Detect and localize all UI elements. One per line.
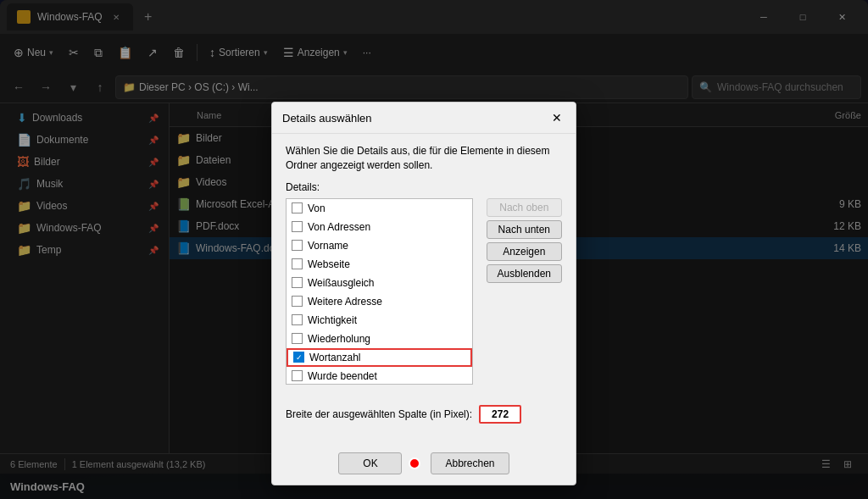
dialog-title-bar: Details auswählen ✕ (272, 103, 576, 134)
pixel-input[interactable]: 272 (479, 405, 521, 424)
dialog-footer: OK Abbrechen (272, 446, 576, 485)
dialog-section-label: Details: (286, 181, 562, 193)
detail-label-7: Wiederholung (308, 333, 370, 345)
nach-unten-button[interactable]: Nach unten (487, 220, 562, 239)
detail-item-7[interactable]: Wiederholung (287, 330, 472, 348)
detail-checkbox-9[interactable] (292, 370, 303, 381)
pixel-label: Breite der ausgewählten Spalte (in Pixel… (286, 408, 472, 420)
cursor-dot (409, 457, 420, 469)
detail-label-3: Webseite (308, 258, 350, 270)
detail-item-1[interactable]: Von Adressen (287, 218, 472, 236)
detail-item-4[interactable]: Weißausgleich (287, 274, 472, 292)
detail-label-5: Weitere Adresse (308, 296, 382, 308)
detail-item-0[interactable]: Von (287, 199, 472, 218)
nach-oben-button[interactable]: Nach oben (487, 198, 562, 217)
detail-checkbox-5[interactable] (292, 296, 303, 307)
detail-item-3[interactable]: Webseite (287, 255, 472, 274)
dialog-body: Wählen Sie die Details aus, die für die … (272, 134, 576, 446)
detail-item-2[interactable]: Vorname (287, 236, 472, 255)
detail-item-5[interactable]: Weitere Adresse (287, 292, 472, 311)
cancel-button[interactable]: Abbrechen (431, 452, 509, 474)
detail-checkbox-8[interactable] (293, 352, 304, 363)
anzeigen-button[interactable]: Anzeigen (487, 242, 562, 261)
detail-item-9[interactable]: Wurde beendet (287, 367, 472, 385)
details-row: VonVon AdressenVornameWebseiteWeißausgle… (286, 198, 562, 395)
details-dialog: Details auswählen ✕ Wählen Sie die Detai… (271, 102, 576, 485)
detail-checkbox-1[interactable] (292, 221, 303, 232)
detail-label-2: Vorname (308, 240, 348, 252)
ausblenden-button[interactable]: Ausblenden (487, 264, 562, 283)
detail-item-6[interactable]: Wichtigkeit (287, 311, 472, 330)
detail-checkbox-6[interactable] (292, 314, 303, 325)
detail-label-1: Von Adressen (308, 221, 370, 233)
ok-button[interactable]: OK (338, 452, 402, 474)
detail-label-9: Wurde beendet (308, 370, 377, 382)
detail-checkbox-2[interactable] (292, 240, 303, 251)
modal-overlay: Details auswählen ✕ Wählen Sie die Detai… (0, 0, 868, 499)
detail-checkbox-7[interactable] (292, 333, 303, 344)
pixel-row: Breite der ausgewählten Spalte (in Pixel… (286, 405, 562, 424)
detail-label-4: Weißausgleich (308, 277, 374, 289)
side-buttons: Nach oben Nach unten Anzeigen Ausblenden (487, 198, 562, 395)
detail-checkbox-3[interactable] (292, 258, 303, 269)
detail-label-0: Von (308, 202, 326, 214)
details-list[interactable]: VonVon AdressenVornameWebseiteWeißausgle… (286, 198, 473, 385)
dialog-description: Wählen Sie die Details aus, die für die … (286, 144, 562, 173)
details-list-wrap: VonVon AdressenVornameWebseiteWeißausgle… (286, 198, 473, 395)
detail-checkbox-4[interactable] (292, 277, 303, 288)
detail-item-8[interactable]: Wortanzahl (287, 348, 472, 367)
detail-checkbox-0[interactable] (292, 202, 303, 213)
detail-label-6: Wichtigkeit (308, 314, 357, 326)
dialog-close-button[interactable]: ✕ (548, 109, 565, 126)
detail-label-8: Wortanzahl (309, 352, 360, 363)
dialog-title: Details auswählen (282, 112, 372, 125)
